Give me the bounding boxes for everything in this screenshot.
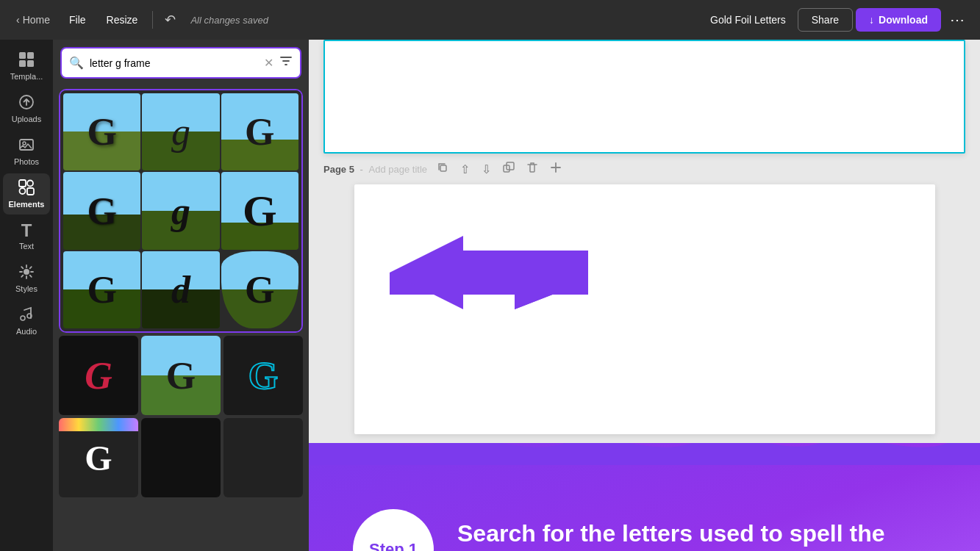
result-item[interactable]: G <box>59 336 138 415</box>
navbar: ‹ Home File Resize ↶ All changes saved G… <box>0 0 980 40</box>
result-item[interactable]: g <box>142 93 219 170</box>
bottom-section: Step 1 Search for the letters used to sp… <box>309 443 980 551</box>
sidebar-label: Elements <box>9 200 45 209</box>
page-label: Page 5 - Add page title <box>323 164 427 175</box>
step-circle: Step 1 <box>353 509 434 551</box>
move-up-button[interactable]: ⇧ <box>457 160 473 179</box>
svg-rect-3 <box>27 60 34 67</box>
sidebar-item-elements[interactable]: Elements <box>3 173 50 215</box>
featured-results-box: G g G G g G <box>59 89 303 333</box>
project-title: Gold Foil Letters <box>710 14 786 26</box>
sidebar-item-templates[interactable]: Templa... <box>3 46 50 87</box>
result-item[interactable]: G <box>221 172 298 249</box>
svg-rect-16 <box>507 162 514 170</box>
search-input-wrap: 🔍 letter g frame ✕ <box>60 47 301 79</box>
share-button[interactable]: Share <box>798 8 853 32</box>
svg-rect-14 <box>440 165 446 171</box>
search-panel: 🔍 letter g frame ✕ G g <box>53 40 309 551</box>
svg-point-11 <box>24 269 29 275</box>
file-menu-button[interactable]: File <box>60 10 95 30</box>
home-label: Home <box>23 14 50 26</box>
delete-page-button[interactable] <box>523 159 542 179</box>
undo-button[interactable]: ↶ <box>159 7 182 32</box>
svg-rect-0 <box>19 52 26 59</box>
clear-search-button[interactable]: ✕ <box>264 56 273 70</box>
results-grid-wrap[interactable]: G g G G g G <box>53 84 309 551</box>
resize-button[interactable]: Resize <box>98 10 147 30</box>
result-item[interactable] <box>223 418 303 497</box>
sidebar-label: Photos <box>14 157 39 166</box>
result-item[interactable]: G <box>63 172 140 249</box>
result-item[interactable]: G <box>63 251 140 328</box>
result-item[interactable] <box>141 418 221 497</box>
download-label: Download <box>879 14 928 26</box>
search-icon: 🔍 <box>69 56 84 70</box>
step-content: Step 1 Search for the letters used to sp… <box>309 487 980 551</box>
svg-point-8 <box>27 181 33 187</box>
result-item[interactable]: G <box>221 251 298 328</box>
result-item[interactable]: d <box>142 251 219 328</box>
svg-marker-19 <box>390 236 588 309</box>
photos-icon <box>18 137 35 155</box>
move-down-button[interactable]: ⇩ <box>478 160 495 179</box>
result-item[interactable]: g <box>142 172 219 249</box>
svg-point-6 <box>23 142 26 145</box>
sidebar-label: Styles <box>15 284 37 293</box>
sidebar-item-photos[interactable]: Photos <box>3 131 50 172</box>
text-icon: T <box>21 222 32 240</box>
sidebar-label: Templa... <box>10 72 43 81</box>
nav-divider <box>152 11 153 29</box>
download-button[interactable]: ↓ Download <box>856 8 941 32</box>
result-item[interactable]: G <box>59 418 138 497</box>
sidebar-item-uploads[interactable]: Uploads <box>3 88 50 129</box>
purple-left-arrow <box>390 236 588 309</box>
result-item[interactable]: G <box>221 93 298 170</box>
wave-decoration <box>309 443 980 465</box>
canvas-page[interactable] <box>354 184 935 434</box>
more-results-grid: G G G G <box>59 336 303 497</box>
main-layout: Templa... Uploads Photos Elements T Text <box>0 40 980 551</box>
sidebar-label: Audio <box>16 327 37 336</box>
svg-rect-7 <box>19 180 26 187</box>
chevron-left-icon: ‹ <box>16 14 20 26</box>
svg-point-9 <box>20 188 26 194</box>
page-actions: ⇧ ⇩ <box>433 159 565 179</box>
svg-rect-10 <box>27 188 34 195</box>
sidebar-label: Text <box>19 242 34 251</box>
audio-icon <box>18 306 35 325</box>
uploads-icon <box>18 94 35 112</box>
sidebar-label: Uploads <box>12 115 41 123</box>
templates-icon <box>18 51 35 70</box>
featured-grid: G g G G g G <box>60 90 301 331</box>
duplicate-button[interactable] <box>499 159 518 179</box>
page-header: Page 5 - Add page title ⇧ ⇩ <box>309 154 980 184</box>
sidebar: Templa... Uploads Photos Elements T Text <box>0 40 53 551</box>
sidebar-item-text[interactable]: T Text <box>3 216 50 256</box>
add-page-button[interactable] <box>546 159 565 179</box>
result-item[interactable]: G <box>63 93 140 170</box>
more-options-button[interactable]: ⋯ <box>944 7 971 33</box>
styles-icon <box>18 264 35 282</box>
search-input[interactable]: letter g frame <box>90 57 258 69</box>
canvas-area: Page 5 - Add page title ⇧ ⇩ <box>309 40 980 551</box>
copy-page-button[interactable] <box>433 159 452 179</box>
step-number: Step 1 <box>369 540 418 551</box>
filter-button[interactable] <box>279 54 293 71</box>
svg-rect-1 <box>27 52 34 59</box>
step-description: Search for the letters used to spell the… <box>457 519 936 551</box>
elements-icon <box>18 179 35 198</box>
svg-rect-2 <box>19 60 26 67</box>
sidebar-item-styles[interactable]: Styles <box>3 258 50 299</box>
home-button[interactable]: ‹ Home <box>9 10 57 30</box>
download-icon: ↓ <box>869 14 874 26</box>
autosave-status: All changes saved <box>190 15 268 26</box>
svg-point-12 <box>21 316 25 320</box>
result-item[interactable]: G <box>141 336 221 415</box>
sidebar-item-audio[interactable]: Audio <box>3 300 50 342</box>
search-bar-area: 🔍 letter g frame ✕ <box>53 40 309 84</box>
result-item[interactable]: G <box>223 336 303 415</box>
